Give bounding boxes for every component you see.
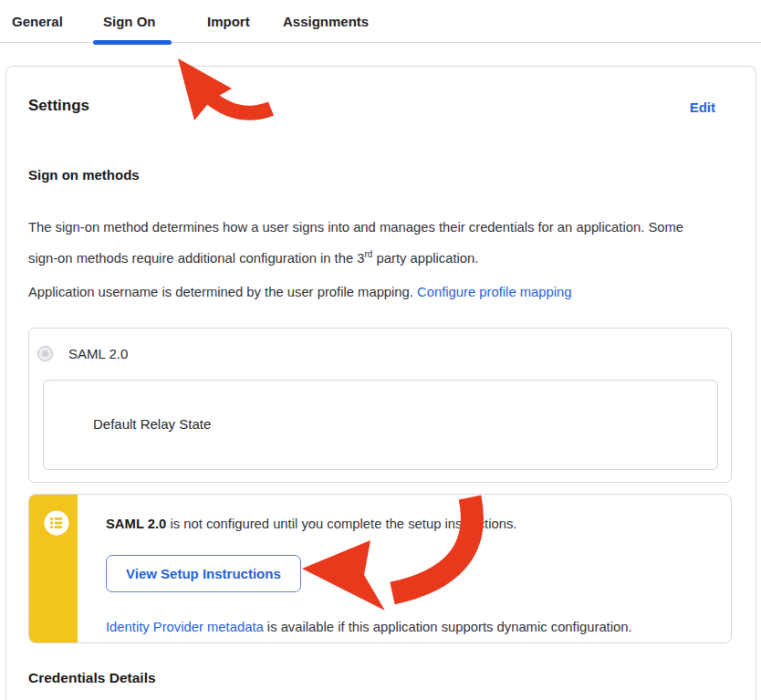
- tab-import[interactable]: Import: [207, 0, 250, 42]
- sign-on-methods-heading: Sign on methods: [28, 167, 140, 183]
- default-relay-state-label: Default Relay State: [93, 416, 211, 432]
- credentials-details-heading: Credentials Details: [28, 670, 156, 686]
- tab-assignments[interactable]: Assignments: [283, 0, 369, 42]
- view-setup-instructions-button[interactable]: View Setup Instructions: [106, 555, 301, 592]
- sign-on-description-text: The sign-on method determines how a user…: [28, 220, 683, 266]
- warning-box: SAML 2.0 is not configured until you com…: [28, 494, 732, 643]
- settings-title: Settings: [28, 97, 89, 115]
- list-icon: [44, 510, 69, 536]
- metadata-message-text: is available if this application support…: [264, 620, 632, 634]
- metadata-note: Identity Provider metadata is available …: [106, 616, 632, 638]
- username-mapping-text: Application username is determined by th…: [28, 285, 417, 299]
- warning-app-name: SAML 2.0: [106, 517, 166, 531]
- settings-card: Settings Edit Sign on methods The sign-o…: [5, 66, 756, 700]
- warning-stripe: [29, 495, 78, 643]
- sign-on-description: The sign-on method determines how a user…: [28, 214, 685, 272]
- saml-method-box: SAML 2.0 Default Relay State: [28, 328, 732, 483]
- tab-bar: General Sign On Import Assignments: [0, 0, 761, 43]
- warning-message: SAML 2.0 is not configured until you com…: [106, 513, 632, 535]
- tab-sign-on[interactable]: Sign On: [103, 0, 156, 42]
- saml-radio[interactable]: [37, 346, 53, 361]
- saml-radio-label: SAML 2.0: [68, 346, 128, 361]
- warning-content: SAML 2.0 is not configured until you com…: [78, 495, 640, 643]
- edit-link[interactable]: Edit: [690, 99, 715, 115]
- warning-message-text: is not configured until you complete the…: [166, 517, 516, 531]
- sign-on-description-tail: party application.: [372, 251, 478, 266]
- tab-general[interactable]: General: [12, 0, 63, 42]
- username-mapping-note: Application username is determined by th…: [28, 279, 722, 306]
- saml-radio-row: SAML 2.0: [37, 346, 128, 361]
- configure-profile-mapping-link[interactable]: Configure profile mapping: [417, 285, 571, 299]
- relay-state-box: Default Relay State: [43, 380, 718, 470]
- identity-provider-metadata-link[interactable]: Identity Provider metadata: [106, 620, 264, 634]
